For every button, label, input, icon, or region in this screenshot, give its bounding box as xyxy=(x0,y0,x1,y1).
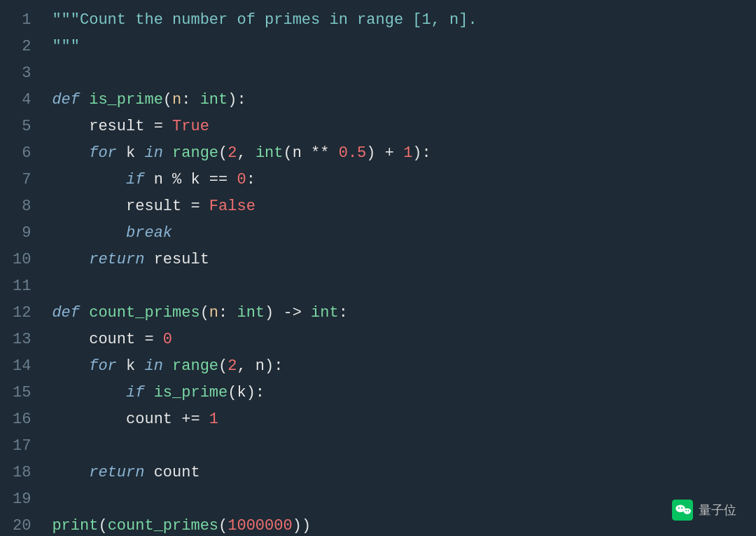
token-funcname: is_prime xyxy=(89,91,163,109)
line-number: 12 xyxy=(13,300,31,327)
token-param: n xyxy=(172,91,181,109)
watermark-text: 量子位 xyxy=(699,497,736,523)
code-line: count += 1 xyxy=(52,406,756,433)
token-number: 2 xyxy=(227,357,237,375)
watermark: 量子位 xyxy=(672,497,736,523)
token-plain: k xyxy=(117,357,145,375)
code-line: print(count_primes(1000000)) xyxy=(52,513,756,536)
token-plain: count xyxy=(144,464,200,481)
line-number: 1 xyxy=(13,7,31,34)
token-string: """Count the number of primes in range [… xyxy=(52,11,477,29)
token-plain: ) -> xyxy=(265,304,311,322)
token-plain xyxy=(52,171,126,188)
token-builtin: range xyxy=(172,357,218,375)
token-plain: , xyxy=(237,144,255,162)
line-number: 3 xyxy=(13,60,31,87)
token-plain: : xyxy=(339,304,348,322)
token-builtin: int xyxy=(255,144,284,162)
wechat-icon xyxy=(672,500,693,521)
svg-point-2 xyxy=(684,508,692,514)
line-number: 14 xyxy=(13,353,31,380)
token-plain xyxy=(163,144,172,162)
token-plain xyxy=(52,357,89,375)
token-keyword: return xyxy=(89,464,144,481)
line-number: 17 xyxy=(13,433,31,460)
code-line xyxy=(52,273,756,300)
code-line: return count xyxy=(52,460,756,486)
token-builtin: int xyxy=(200,91,228,109)
token-number: 1 xyxy=(209,411,218,428)
token-plain xyxy=(52,464,89,481)
token-builtin: int xyxy=(237,304,265,322)
code-line xyxy=(52,433,756,460)
line-number: 4 xyxy=(13,87,31,114)
token-keyword: break xyxy=(126,224,172,242)
token-keyword: in xyxy=(144,357,162,375)
token-plain: ) + xyxy=(366,144,403,162)
code-line: for k in range(2, n): xyxy=(52,353,756,380)
token-plain: (n ** xyxy=(283,144,338,162)
token-plain: ): xyxy=(227,91,246,109)
code-line xyxy=(52,60,756,87)
token-plain xyxy=(144,384,153,401)
line-number: 7 xyxy=(13,167,31,193)
token-plain xyxy=(52,251,89,268)
token-plain: ( xyxy=(163,91,172,109)
line-number: 8 xyxy=(13,193,31,220)
svg-point-5 xyxy=(685,510,687,511)
svg-point-3 xyxy=(678,507,680,509)
line-number: 16 xyxy=(13,406,31,433)
token-plain: : xyxy=(218,304,237,322)
code-line: count = 0 xyxy=(52,327,756,353)
token-number: 1 xyxy=(403,144,412,162)
token-plain: result = xyxy=(52,198,209,215)
code-line: result = False xyxy=(52,193,756,220)
code-line: break xyxy=(52,220,756,247)
token-keyword: if xyxy=(126,384,144,401)
svg-point-6 xyxy=(687,510,689,511)
token-plain xyxy=(52,144,89,162)
token-number: 2 xyxy=(227,144,237,162)
token-plain: count += xyxy=(52,411,209,428)
token-plain: : xyxy=(181,91,200,109)
token-plain: ): xyxy=(412,144,430,162)
token-keyword: for xyxy=(89,144,117,162)
token-true: True xyxy=(172,118,209,135)
code-line: if n % k == 0: xyxy=(52,167,756,193)
line-numbers: 1234567891011121314151617181920 xyxy=(0,7,38,529)
code-line: result = True xyxy=(52,114,756,140)
token-plain: k xyxy=(117,144,145,162)
token-number: 0 xyxy=(163,331,172,348)
token-param: n xyxy=(209,304,218,322)
token-false: False xyxy=(209,198,255,215)
code-line: if is_prime(k): xyxy=(52,380,756,406)
line-number: 18 xyxy=(13,460,31,486)
line-number: 9 xyxy=(13,220,31,247)
line-number: 11 xyxy=(13,273,31,300)
token-funcname: count_primes xyxy=(108,517,218,535)
token-plain: n % k == xyxy=(144,171,237,188)
token-number: 0.5 xyxy=(339,144,367,162)
token-keyword: if xyxy=(126,171,144,188)
token-plain: ( xyxy=(218,144,227,162)
token-builtin: print xyxy=(52,517,98,535)
line-number: 19 xyxy=(13,486,31,513)
token-plain: )) xyxy=(293,517,311,535)
line-number: 20 xyxy=(13,513,31,536)
token-keyword: in xyxy=(144,144,162,162)
token-plain: , n): xyxy=(237,357,283,375)
code-block: 1234567891011121314151617181920 """Count… xyxy=(0,0,756,536)
token-string: """ xyxy=(52,38,80,55)
line-number: 2 xyxy=(13,34,31,60)
token-keyword: for xyxy=(89,357,117,375)
svg-point-4 xyxy=(681,507,682,509)
token-funcname: count_primes xyxy=(89,304,200,322)
line-number: 15 xyxy=(13,380,31,406)
token-builtin: range xyxy=(172,144,218,162)
code-line: """ xyxy=(52,34,756,60)
token-number: 0 xyxy=(237,171,246,188)
token-plain: (k): xyxy=(227,384,265,401)
token-number: 1000000 xyxy=(227,517,292,535)
token-builtin: int xyxy=(311,304,339,322)
token-plain: : xyxy=(246,171,255,188)
